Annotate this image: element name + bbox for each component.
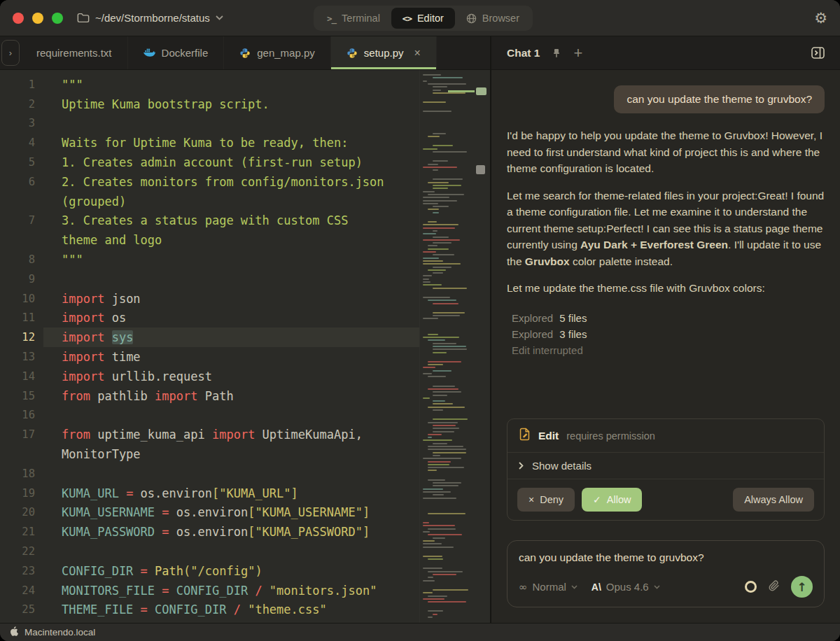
code-line: 3 <box>0 114 419 134</box>
message-composer[interactable]: can you update the theme to gruvbox? ∞ N… <box>507 540 825 607</box>
code-line: 4Waits for Uptime Kuma to be ready, then… <box>0 133 419 153</box>
code-line: 18 <box>0 464 419 484</box>
line-number: 13 <box>0 351 43 363</box>
line-number: 21 <box>0 526 43 538</box>
workspace-mode-switcher: >_Terminal<>EditorBrowser <box>314 6 533 31</box>
code-line: 8""" <box>0 250 419 269</box>
code-line: 73. Creates a status page with custom CS… <box>0 211 419 231</box>
status-bar: Macintendo.local <box>0 623 840 641</box>
line-number: 10 <box>0 293 43 305</box>
deny-button[interactable]: × Deny <box>517 488 575 512</box>
activity-row[interactable]: Explored5 files <box>512 310 825 326</box>
code-line: 24MONITORS_FILE = CONFIG_DIR / "monitors… <box>0 581 419 600</box>
close-tab-icon[interactable]: × <box>414 47 421 59</box>
line-text: 1. Creates admin account (first-run setu… <box>43 153 419 172</box>
line-text: 2. Creates monitors from config/monitors… <box>43 172 419 192</box>
always-allow-button[interactable]: Always Allow <box>733 488 814 512</box>
model-selector[interactable]: A\ Opus 4.6 <box>592 581 660 593</box>
mode-tab-terminal[interactable]: >_Terminal <box>316 8 391 29</box>
show-details-row[interactable]: Show details <box>507 452 824 479</box>
minimize-window-button[interactable] <box>32 13 43 24</box>
scrollbar-thumb[interactable] <box>476 165 485 174</box>
code-line: 11import os <box>0 309 419 328</box>
titlebar: ~/dev/Stormborne/status >_Terminal<>Edit… <box>0 0 840 36</box>
assistant-paragraph: Let me search for theme-related files in… <box>507 188 825 270</box>
code-line: 2Uptime Kuma bootstrap script. <box>0 94 419 114</box>
pin-icon[interactable] <box>552 48 561 58</box>
activity-row[interactable]: Edit interrupted <box>512 342 825 358</box>
permission-note: requires permission <box>566 430 655 442</box>
code-line: 17from uptime_kuma_api import UptimeKuma… <box>0 425 419 444</box>
code-line: 14import urllib.request <box>0 367 419 386</box>
context-ring-icon[interactable] <box>745 581 757 593</box>
code-line: theme and logo <box>0 230 419 250</box>
mode-tab-browser[interactable]: Browser <box>455 8 531 29</box>
attach-paperclip-icon[interactable] <box>768 579 780 594</box>
chevron-down-icon <box>571 585 578 589</box>
line-text: import time <box>43 347 419 367</box>
line-text: import os <box>43 309 419 328</box>
allow-button[interactable]: ✓ Allow <box>582 488 642 512</box>
line-number: 5 <box>0 156 43 169</box>
line-text <box>43 114 419 134</box>
mode-tab-editor[interactable]: <>Editor <box>391 8 455 29</box>
maximize-window-button[interactable] <box>52 13 63 24</box>
editor-scrollbar[interactable] <box>475 70 490 623</box>
python-icon <box>346 48 358 59</box>
chevron-down-icon <box>216 15 223 20</box>
line-text: """ <box>43 75 419 94</box>
line-number: 6 <box>0 176 43 188</box>
composer-input[interactable]: can you update the theme to gruvbox? <box>519 551 813 564</box>
code-line: 23CONFIG_DIR = Path("/config") <box>0 561 419 581</box>
user-message-bubble: can you update the theme to gruvbox? <box>614 85 825 113</box>
activity-label: Explored <box>512 310 553 326</box>
line-text: MONITORS_FILE = CONFIG_DIR / "monitors.j… <box>43 581 419 600</box>
file-tab-gen_map.py[interactable]: gen_map.py <box>224 36 331 69</box>
activity-value: 3 files <box>559 326 587 342</box>
line-text: import sys <box>43 327 419 347</box>
chat-tab-title[interactable]: Chat 1 <box>507 47 540 59</box>
line-number: 16 <box>0 409 43 421</box>
project-path-selector[interactable]: ~/dev/Stormborne/status <box>77 12 223 24</box>
new-chat-button[interactable]: + <box>573 45 582 61</box>
activity-row[interactable]: Explored3 files <box>512 326 825 342</box>
code-line: 15from pathlib import Path <box>0 386 419 406</box>
settings-gear-icon[interactable]: ⚙ <box>814 10 827 25</box>
line-text: 3. Creates a status page with custom CSS <box>43 211 419 231</box>
line-number: 17 <box>0 428 43 441</box>
file-tab-Dockerfile[interactable]: Dockerfile <box>128 36 225 69</box>
line-number: 15 <box>0 390 43 402</box>
code-line: 25THEME_FILE = CONFIG_DIR / "theme.css" <box>0 600 419 620</box>
project-path: ~/dev/Stormborne/status <box>95 12 210 24</box>
line-number: 9 <box>0 273 43 286</box>
line-text: THEME_FILE = CONFIG_DIR / "theme.css" <box>43 600 419 620</box>
line-text <box>43 269 419 289</box>
chevron-right-icon <box>519 460 524 472</box>
line-text: KUMA_URL = os.environ["KUMA_URL"] <box>43 484 419 503</box>
file-tab-requirements.txt[interactable]: requirements.txt <box>21 36 128 69</box>
close-window-button[interactable] <box>13 13 24 24</box>
line-number: 8 <box>0 253 43 266</box>
mode-selector[interactable]: ∞ Normal <box>519 581 578 593</box>
file-tab-setup.py[interactable]: setup.py× <box>331 36 437 69</box>
line-text: import json <box>43 289 419 309</box>
permission-actions: × Deny ✓ Allow Always Allow <box>507 479 824 520</box>
hostname: Macintendo.local <box>24 627 95 638</box>
line-number: 18 <box>0 467 43 480</box>
code-lines[interactable]: 1"""2Uptime Kuma bootstrap script.34Wait… <box>0 70 420 623</box>
code-line: 20KUMA_USERNAME = os.environ["KUMA_USERN… <box>0 503 419 523</box>
infinity-icon: ∞ <box>519 581 528 593</box>
line-text: CONFIG_DIR = Path("/config") <box>43 561 419 581</box>
assistant-message: I'd be happy to help you update the them… <box>507 127 825 307</box>
line-text <box>43 406 419 425</box>
line-number: 23 <box>0 565 43 577</box>
minimap[interactable] <box>420 70 475 623</box>
line-number: 3 <box>0 117 43 129</box>
send-button[interactable]: ↑ <box>791 576 813 598</box>
check-icon: ✓ <box>593 494 601 505</box>
mode-tab-label: Browser <box>482 13 519 24</box>
toggle-panel-icon[interactable] <box>811 47 825 59</box>
sidebar-toggle-button[interactable]: › <box>1 40 20 66</box>
code-editor[interactable]: 1"""2Uptime Kuma bootstrap script.34Wait… <box>0 70 490 623</box>
file-tab-label: setup.py <box>364 47 404 59</box>
